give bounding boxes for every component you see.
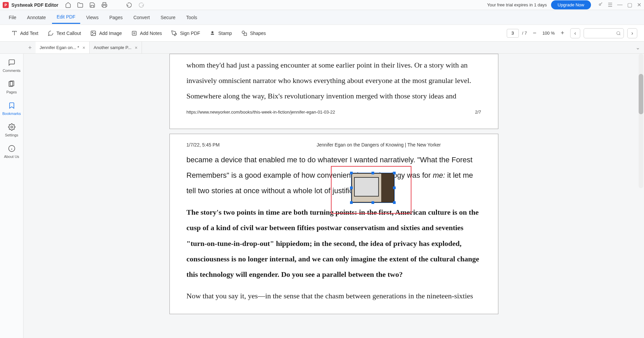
bookmark-icon — [8, 101, 16, 110]
body-paragraph: whom they'd had just a passing encounter… — [187, 57, 481, 104]
svg-rect-0 — [103, 5, 106, 7]
sign-pdf-button[interactable]: Sign PDF — [166, 28, 205, 38]
page-header-title: Jennifer Egan on the Dangers of Knowing … — [317, 142, 441, 147]
svg-point-8 — [211, 31, 213, 33]
collapse-tabs-icon[interactable]: ⌄ — [636, 44, 640, 51]
stamp-icon — [209, 30, 215, 36]
key-icon[interactable] — [598, 2, 603, 8]
sidebar-settings[interactable]: Settings — [5, 123, 18, 137]
next-page-button[interactable]: › — [627, 28, 637, 38]
menu-views[interactable]: Views — [82, 11, 103, 24]
menu-icon[interactable]: ☰ — [608, 2, 612, 8]
info-icon — [8, 144, 16, 153]
sidebar-bookmarks[interactable]: Bookmarks — [2, 101, 21, 116]
comments-icon — [8, 58, 16, 67]
menu-convert[interactable]: Convert — [129, 11, 154, 24]
add-tab-button[interactable]: + — [28, 44, 32, 51]
titlebar-tools — [65, 2, 144, 8]
svg-rect-11 — [244, 33, 247, 36]
svg-rect-9 — [211, 34, 214, 35]
zoom-in-button[interactable]: + — [558, 29, 567, 38]
zoom-value: 100 % — [542, 31, 555, 36]
menu-file[interactable]: File — [4, 11, 21, 24]
search-input[interactable] — [584, 28, 624, 38]
svg-point-12 — [617, 31, 620, 34]
text-icon — [11, 30, 17, 36]
close-tab-icon[interactable]: × — [83, 45, 85, 50]
search-icon — [616, 31, 621, 36]
undo-icon[interactable] — [126, 2, 132, 8]
close-icon[interactable]: ✕ — [637, 2, 641, 8]
menu-pages[interactable]: Pages — [105, 11, 128, 24]
print-icon[interactable] — [101, 2, 107, 8]
callout-icon — [48, 30, 54, 36]
svg-line-13 — [620, 34, 621, 35]
zoom-out-button[interactable]: − — [530, 29, 539, 38]
page-number-input[interactable] — [507, 29, 519, 38]
inserted-image-object[interactable] — [351, 173, 395, 203]
maximize-icon[interactable]: ▢ — [627, 2, 632, 8]
menu-secure[interactable]: Secure — [156, 11, 180, 24]
text-callout-button[interactable]: Text Callout — [43, 28, 86, 38]
document-canvas[interactable]: whom they'd had just a passing encounter… — [23, 54, 644, 338]
add-image-button[interactable]: Add Image — [86, 28, 127, 38]
sidebar-pages[interactable]: Pages — [6, 80, 17, 94]
svg-point-16 — [11, 126, 13, 128]
page-number-label: 2/7 — [475, 110, 481, 115]
menu-edit-pdf[interactable]: Edit PDF — [52, 11, 80, 24]
scrollbar-thumb[interactable] — [639, 74, 643, 114]
pdf-page-2: whom they'd had just a passing encounter… — [169, 54, 498, 129]
shapes-button[interactable]: Shapes — [237, 28, 270, 38]
page-url: https://www.newyorker.com/books/this-wee… — [187, 110, 335, 115]
trial-text: Your free trial expires in 1 days — [487, 2, 547, 7]
sidebar-about[interactable]: About Us — [4, 144, 19, 159]
menu-annotate[interactable]: Annotate — [22, 11, 51, 24]
edit-toolbar: Add Text Text Callout Add Image Add Note… — [0, 25, 644, 42]
pages-icon — [7, 80, 15, 88]
menu-tools[interactable]: Tools — [182, 11, 202, 24]
home-icon[interactable] — [65, 2, 71, 8]
page-date: 1/7/22, 5:45 PM — [187, 142, 220, 147]
sign-icon — [171, 30, 177, 36]
shapes-icon — [241, 30, 247, 36]
left-sidebar: Comments Pages Bookmarks Settings About … — [0, 54, 23, 338]
tab-jennifer-egan[interactable]: Jennifer Egan on... *× — [36, 42, 90, 53]
document-tabs: + Jennifer Egan on... *× Another sample … — [0, 42, 644, 54]
image-content — [351, 173, 394, 203]
page-total: / 7 — [522, 31, 527, 36]
stamp-button[interactable]: Stamp — [205, 28, 236, 38]
tab-another-sample[interactable]: Another sample P...× — [90, 42, 142, 53]
add-text-button[interactable]: Add Text — [7, 28, 43, 38]
close-tab-icon[interactable]: × — [135, 45, 138, 50]
menubar: File Annotate Edit PDF Views Pages Conve… — [0, 10, 644, 25]
svg-point-1 — [599, 4, 601, 5]
app-title: Systweak PDF Editor — [11, 2, 58, 8]
main-area: Comments Pages Bookmarks Settings About … — [0, 54, 644, 338]
prev-page-button[interactable]: ‹ — [570, 28, 580, 38]
svg-point-4 — [92, 32, 93, 33]
app-logo-icon: P — [3, 2, 9, 8]
svg-rect-5 — [132, 31, 136, 35]
settings-icon — [8, 123, 16, 131]
titlebar: P Systweak PDF Editor Your free trial ex… — [0, 0, 644, 10]
folder-icon[interactable] — [77, 2, 83, 8]
save-icon[interactable] — [89, 2, 95, 8]
body-paragraph: Now that you say it, yes—in the sense th… — [187, 288, 481, 304]
minimize-icon[interactable]: — — [617, 2, 623, 8]
add-notes-button[interactable]: Add Notes — [127, 28, 166, 38]
bold-question-paragraph: The story's two points in time are both … — [187, 205, 481, 282]
sidebar-comments[interactable]: Comments — [3, 58, 20, 73]
pdf-page-3: 1/7/22, 5:45 PM Jennifer Egan on the Dan… — [169, 134, 498, 314]
vertical-scrollbar[interactable] — [639, 54, 643, 188]
redo-icon[interactable] — [138, 2, 144, 8]
upgrade-button[interactable]: Upgrade Now — [551, 0, 591, 9]
image-icon — [90, 30, 96, 36]
notes-icon — [131, 30, 137, 36]
